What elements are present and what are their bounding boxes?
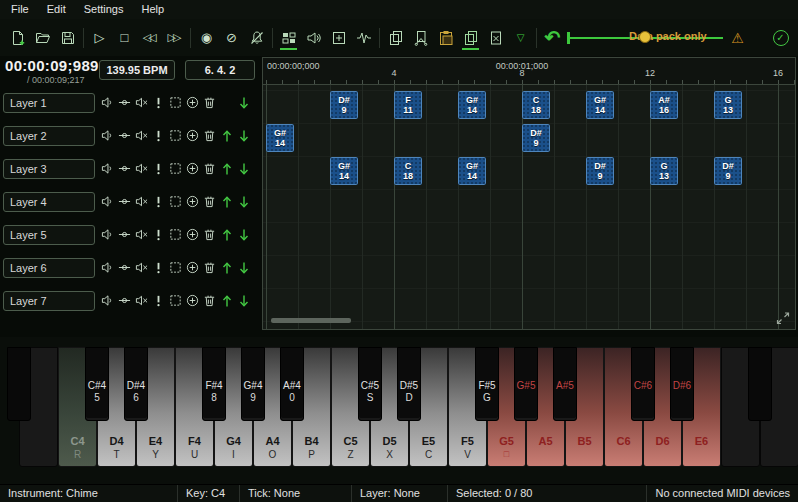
layer-select-notes-icon[interactable] (167, 193, 184, 210)
note-block[interactable]: G#14 (266, 124, 294, 152)
layer-name-input[interactable]: Layer 6 (3, 258, 95, 278)
layer-mute-icon[interactable] (133, 226, 150, 243)
layer-solo-icon[interactable] (150, 259, 167, 276)
layer-pan-icon[interactable] (116, 127, 133, 144)
layer-move-up-icon[interactable] (218, 160, 235, 177)
layer-solo-icon[interactable] (150, 94, 167, 111)
layer-move-up-icon[interactable] (218, 127, 235, 144)
layer-delete-icon[interactable] (201, 226, 218, 243)
layer-move-down-icon[interactable] (235, 160, 252, 177)
horizontal-scrollbar[interactable] (271, 318, 351, 323)
note-block[interactable]: A#16 (650, 91, 678, 119)
slider-handle[interactable] (567, 32, 570, 44)
piano-key-as5[interactable]: A#5 (553, 347, 577, 421)
note-block[interactable]: F11 (394, 91, 422, 119)
layer-pan-icon[interactable] (116, 94, 133, 111)
layer-move-down-icon[interactable] (235, 292, 252, 309)
layer-delete-icon[interactable] (201, 160, 218, 177)
note-block[interactable]: G#14 (586, 91, 614, 119)
undo-button[interactable]: ↶ (540, 25, 565, 50)
note-grid[interactable]: D#9F11G#14C18G#14A#16G13G#14D#9G#14C18G#… (263, 85, 795, 329)
note-block[interactable]: D#9 (522, 124, 550, 152)
layer-delete-icon[interactable] (201, 127, 218, 144)
piano-key-ds4[interactable]: D#46 (124, 347, 148, 421)
layer-name-input[interactable]: Layer 3 (3, 159, 95, 179)
record-button[interactable]: ◉ (194, 25, 219, 50)
layer-delete-icon[interactable] (201, 259, 218, 276)
volume-slider[interactable]: Data pack only (565, 25, 725, 50)
note-block[interactable]: D#9 (714, 157, 742, 185)
note-block[interactable]: G13 (650, 157, 678, 185)
timeline-ruler[interactable]: 00:00:00;00000:00:01;000481216 (263, 58, 795, 85)
piano-key-cs4[interactable]: C#45 (85, 347, 109, 421)
layer-add-icon[interactable] (184, 127, 201, 144)
layer-solo-icon[interactable] (150, 292, 167, 309)
play-button[interactable]: ▷ (87, 25, 112, 50)
rewind-button[interactable]: ◁◁ (137, 25, 162, 50)
open-file-button[interactable] (30, 25, 55, 50)
layer-move-up-icon[interactable] (218, 259, 235, 276)
layer-select-notes-icon[interactable] (167, 94, 184, 111)
layer-volume-icon[interactable] (99, 226, 116, 243)
layer-pan-icon[interactable] (116, 292, 133, 309)
piano-key-fs4[interactable]: F#48 (202, 347, 226, 421)
piano-key-ds6[interactable]: D#6 (670, 347, 694, 421)
layer-solo-icon[interactable] (150, 160, 167, 177)
menu-item-settings[interactable]: Settings (75, 0, 133, 19)
bpm-display[interactable]: 139.95 BPM (99, 60, 175, 80)
layer-mute-icon[interactable] (133, 127, 150, 144)
layer-select-notes-icon[interactable] (167, 127, 184, 144)
layer-volume-icon[interactable] (99, 160, 116, 177)
save-file-button[interactable] (55, 25, 80, 50)
layer-move-up-icon[interactable] (218, 226, 235, 243)
note-block[interactable]: G#14 (458, 157, 486, 185)
layer-volume-icon[interactable] (99, 193, 116, 210)
duplicate-button[interactable] (458, 25, 483, 50)
waveform-icon[interactable] (351, 25, 376, 50)
layer-delete-icon[interactable] (201, 193, 218, 210)
expand-grid-icon[interactable] (776, 311, 790, 325)
layer-select-notes-icon[interactable] (167, 259, 184, 276)
piano-key-fs5[interactable]: F#5G (475, 347, 499, 421)
delete-selection-button[interactable] (483, 25, 508, 50)
layer-volume-icon[interactable] (99, 259, 116, 276)
note-block[interactable]: C18 (394, 157, 422, 185)
layer-volume-icon[interactable] (99, 292, 116, 309)
note-block[interactable]: G#14 (458, 91, 486, 119)
piano-key-ghost-black-right[interactable] (748, 347, 772, 421)
layer-pan-icon[interactable] (116, 226, 133, 243)
layer-name-input[interactable]: Layer 4 (3, 192, 95, 212)
layer-move-down-icon[interactable] (235, 193, 252, 210)
layer-volume-icon[interactable] (99, 94, 116, 111)
paste-button[interactable] (433, 25, 458, 50)
layer-mute-icon[interactable] (133, 193, 150, 210)
expand-box-icon[interactable] (326, 25, 351, 50)
record-off-button[interactable]: ⊘ (219, 25, 244, 50)
layer-solo-icon[interactable] (150, 226, 167, 243)
layer-select-notes-icon[interactable] (167, 226, 184, 243)
layer-select-notes-icon[interactable] (167, 160, 184, 177)
layer-mute-icon[interactable] (133, 259, 150, 276)
piano-key-gs4[interactable]: G#49 (241, 347, 265, 421)
layer-add-icon[interactable] (184, 94, 201, 111)
stop-button[interactable]: □ (112, 25, 137, 50)
volume-icon[interactable] (301, 25, 326, 50)
note-block[interactable]: D#9 (586, 157, 614, 185)
new-file-button[interactable] (5, 25, 30, 50)
layer-solo-icon[interactable] (150, 127, 167, 144)
layer-move-down-icon[interactable] (235, 259, 252, 276)
layer-name-input[interactable]: Layer 5 (3, 225, 95, 245)
layer-pan-icon[interactable] (116, 193, 133, 210)
menu-item-file[interactable]: File (2, 0, 38, 19)
layer-name-input[interactable]: Layer 2 (3, 126, 95, 146)
note-block[interactable]: D#9 (330, 91, 358, 119)
fast-forward-button[interactable]: ▷▷ (162, 25, 187, 50)
menu-item-help[interactable]: Help (132, 0, 173, 19)
note-block[interactable]: C18 (522, 91, 550, 119)
paste-options-dropdown[interactable]: ▽ (508, 25, 533, 50)
layer-mute-icon[interactable] (133, 160, 150, 177)
piano-key-gs5[interactable]: G#5 (514, 347, 538, 421)
layer-mute-icon[interactable] (133, 292, 150, 309)
cut-button[interactable] (408, 25, 433, 50)
piano-key-ds5[interactable]: D#5D (397, 347, 421, 421)
